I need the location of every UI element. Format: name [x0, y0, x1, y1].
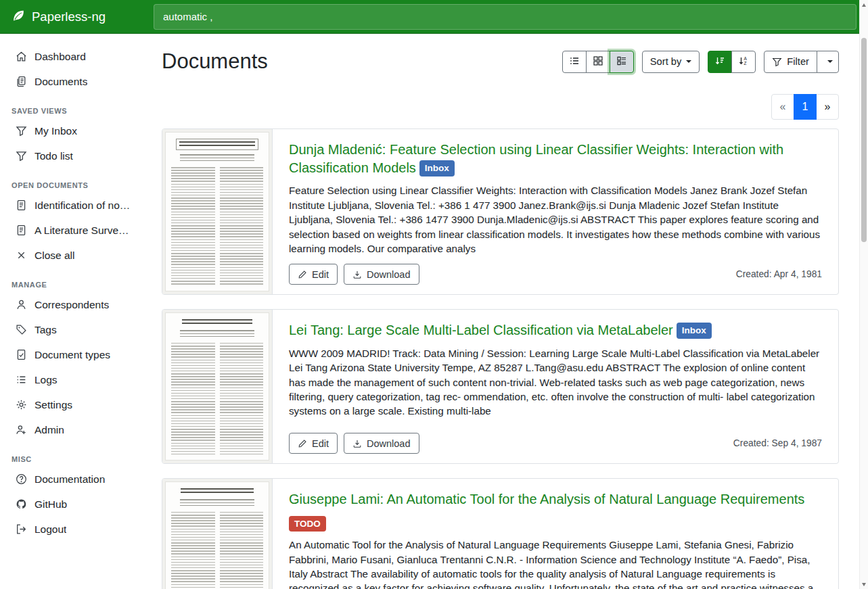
download-icon	[352, 270, 362, 279]
toolbar: Sort by AZ Filter	[562, 51, 839, 73]
page-title: Documents	[162, 49, 268, 74]
sidebar-item-document-types[interactable]: Document types	[0, 342, 144, 367]
sidebar-item-open-document-1[interactable]: Identification of non-fu...	[0, 193, 144, 218]
sidebar-item-label: Documents	[35, 74, 87, 89]
document-title-link[interactable]: Lei Tang: Large Scale Multi-Label Classi…	[289, 323, 673, 337]
scrollbar-thumb[interactable]	[861, 38, 867, 242]
sidebar-item-label: Logout	[35, 522, 66, 536]
sidebar-item-github[interactable]: GitHub	[0, 492, 144, 517]
sidebar-item-label: Admin	[35, 423, 64, 437]
sidebar-section-title: OPEN DOCUMENTS	[0, 181, 144, 189]
sidebar-item-open-document-2[interactable]: A Literature Survey on ...	[0, 218, 144, 243]
detail-view-icon	[616, 55, 627, 68]
tag-icon	[16, 324, 27, 335]
gear-icon	[16, 399, 27, 410]
document-title-link[interactable]: Dunja Mladenić: Feature Selection using …	[289, 142, 783, 175]
scroll-down-arrow[interactable]	[860, 580, 868, 589]
sidebar-item-documents[interactable]: Documents	[0, 69, 144, 94]
sidebar-item-logout[interactable]: Logout	[0, 517, 144, 542]
filter-button[interactable]: Filter	[764, 51, 817, 73]
log-list-icon	[16, 374, 27, 385]
sidebar-item-label: A Literature Survey on ...	[35, 223, 133, 237]
document-title: Lei Tang: Large Scale Multi-Label Classi…	[289, 321, 822, 339]
close-icon	[16, 250, 27, 261]
question-circle-icon	[16, 473, 27, 485]
brand-link[interactable]: Paperless-ng	[0, 8, 144, 26]
pagination-page-1[interactable]: 1	[794, 94, 817, 120]
sidebar-item-label: Correspondents	[35, 298, 109, 312]
download-button[interactable]: Download	[344, 264, 419, 285]
sidebar-item-label: Settings	[35, 398, 72, 412]
sort-by-label: Sort by	[650, 56, 682, 67]
document-excerpt: An Automatic Tool for the Analysis of Na…	[289, 538, 822, 589]
pagination-prev[interactable]: «	[771, 94, 794, 120]
document-preview	[165, 312, 269, 461]
sidebar-item-close-all[interactable]: Close all	[0, 243, 144, 268]
document-thumbnail[interactable]	[162, 479, 273, 589]
sort-by-dropdown-button[interactable]: Sort by	[642, 51, 700, 73]
tag-badge-inbox[interactable]: Inbox	[677, 323, 712, 339]
download-icon	[352, 439, 362, 448]
sort-alphabetical-button[interactable]: AZ	[731, 51, 756, 73]
chevron-down-icon	[827, 60, 833, 63]
main-content: Documents Sort by	[144, 34, 859, 589]
card-actions: Edit Download Created: Sep 4, 1987	[289, 433, 822, 454]
download-label: Download	[367, 438, 411, 449]
sidebar-item-label: Todo list	[35, 149, 73, 163]
document-title: Dunja Mladenić: Feature Selection using …	[289, 141, 822, 177]
sidebar-item-tags[interactable]: Tags	[0, 317, 144, 342]
document-title-link[interactable]: Giuseppe Lami: An Automatic Tool for the…	[289, 492, 804, 506]
chevron-down-icon	[686, 60, 691, 63]
sidebar-item-label: Document types	[35, 348, 110, 362]
sidebar-item-label: Logs	[35, 373, 58, 387]
view-grid-button[interactable]	[586, 51, 610, 73]
vertical-scrollbar[interactable]	[859, 0, 868, 589]
scroll-up-arrow[interactable]	[860, 0, 868, 9]
filter-split-button: Filter	[764, 51, 839, 73]
file-text-icon	[16, 199, 27, 211]
filter-label: Filter	[787, 56, 809, 67]
edit-label: Edit	[312, 438, 329, 449]
document-card-body: Giuseppe Lami: An Automatic Tool for the…	[273, 479, 838, 589]
brand-name: Paperless-ng	[32, 9, 106, 24]
sidebar-item-settings[interactable]: Settings	[0, 392, 144, 417]
paperless-logo-icon	[11, 8, 26, 26]
sidebar-item-admin[interactable]: Admin	[0, 417, 144, 442]
sidebar-item-correspondents[interactable]: Correspondents	[0, 292, 144, 317]
view-detail-button[interactable]	[610, 51, 634, 73]
pencil-icon	[298, 270, 307, 279]
document-thumbnail[interactable]	[162, 129, 273, 294]
document-preview	[165, 481, 269, 589]
view-list-button[interactable]	[562, 51, 587, 73]
sort-descending-button[interactable]	[708, 51, 732, 73]
sidebar-item-documentation[interactable]: Documentation	[0, 467, 144, 492]
tag-row: TODO	[289, 516, 822, 532]
file-text-icon	[16, 225, 27, 236]
pagination-next[interactable]: »	[816, 94, 839, 120]
document-card: Lei Tang: Large Scale Multi-Label Classi…	[162, 309, 839, 464]
edit-button[interactable]: Edit	[289, 264, 338, 285]
document-thumbnail[interactable]	[162, 310, 273, 463]
document-card: Dunja Mladenić: Feature Selection using …	[162, 128, 839, 295]
sidebar-item-label: Tags	[35, 323, 57, 337]
tag-badge-inbox[interactable]: Inbox	[419, 160, 455, 176]
sidebar-section-title: SAVED VIEWS	[0, 107, 144, 115]
created-date: Created: Sep 4, 1987	[733, 438, 822, 448]
sidebar-item-todo-list[interactable]: Todo list	[0, 143, 144, 168]
sidebar-section-title: MISC	[0, 455, 144, 463]
tag-badge-todo[interactable]: TODO	[289, 516, 326, 532]
sidebar: Dashboard Documents SAVED VIEWS My Inbox…	[0, 34, 144, 589]
filter-dropdown-toggle[interactable]	[817, 51, 839, 73]
sidebar-item-my-inbox[interactable]: My Inbox	[0, 118, 144, 143]
document-excerpt: Feature Selection using Linear Classifie…	[289, 183, 822, 256]
sidebar-item-logs[interactable]: Logs	[0, 367, 144, 392]
sidebar-item-dashboard[interactable]: Dashboard	[0, 44, 144, 69]
sort-direction-toggle: AZ	[708, 51, 756, 73]
sidebar-item-label: Documentation	[35, 472, 105, 486]
global-search-input[interactable]	[154, 4, 856, 30]
download-button[interactable]: Download	[344, 433, 419, 454]
edit-button[interactable]: Edit	[289, 433, 338, 454]
house-icon	[16, 51, 27, 62]
sidebar-item-label: Dashboard	[35, 49, 86, 64]
sort-alpha-icon: AZ	[738, 55, 749, 68]
